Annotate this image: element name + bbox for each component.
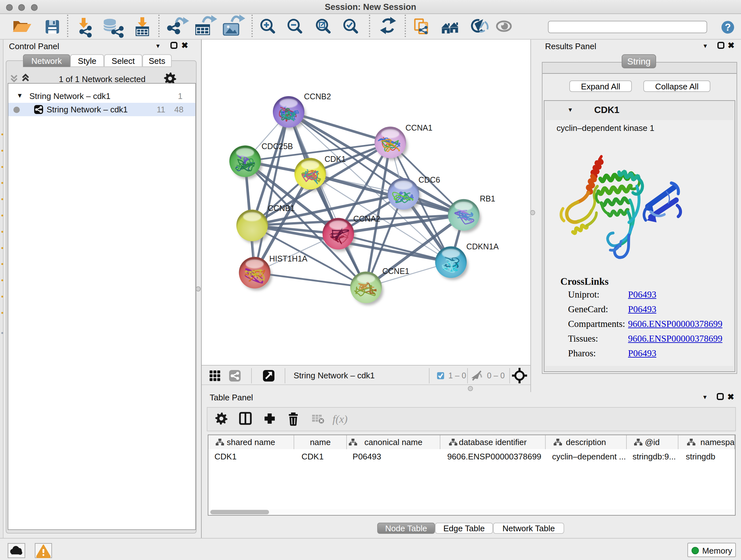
svg-text:?: ? [725, 22, 731, 33]
svg-text:CDC6: CDC6 [418, 175, 440, 184]
svg-text:CDKN1A: CDKN1A [466, 242, 499, 251]
svg-text:CDC25B: CDC25B [261, 142, 293, 151]
svg-text:CCNA1: CCNA1 [405, 123, 432, 132]
svg-text:RB1: RB1 [480, 194, 495, 203]
svg-text:CCNA2: CCNA2 [353, 214, 381, 223]
svg-text:CCNE1: CCNE1 [382, 266, 409, 275]
svg-text:HIST1H1A: HIST1H1A [269, 254, 308, 263]
svg-text:CCNB1: CCNB1 [268, 204, 295, 212]
svg-text:f(x): f(x) [333, 413, 347, 425]
svg-text:CCNB2: CCNB2 [304, 92, 331, 101]
svg-text:CDK1: CDK1 [325, 154, 346, 164]
